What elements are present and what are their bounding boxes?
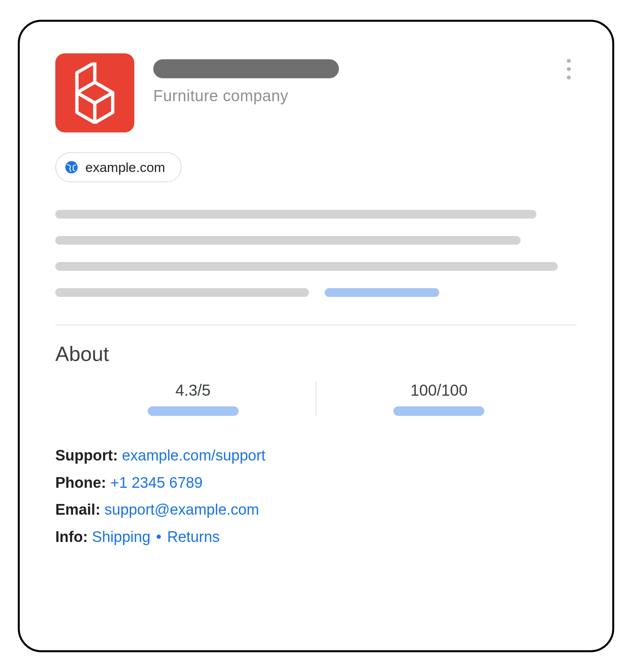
- phone-link[interactable]: +1 2345 6789: [110, 474, 203, 491]
- rating-value: 4.3/5: [175, 381, 211, 399]
- section-divider: [55, 325, 577, 325]
- title-block: Furniture company: [153, 53, 577, 105]
- phone-label: Phone:: [55, 474, 106, 491]
- panel-header: Furniture company: [55, 53, 577, 132]
- dot-icon: [567, 76, 571, 79]
- dot-icon: [567, 67, 571, 71]
- support-label: Support:: [55, 447, 118, 464]
- info-label: Info:: [55, 529, 88, 545]
- returns-link[interactable]: Returns: [167, 529, 220, 545]
- contact-info-row: Info: Shipping • Returns: [55, 524, 577, 550]
- shipping-link[interactable]: Shipping: [92, 529, 150, 545]
- placeholder-line: [55, 210, 536, 219]
- description-placeholder-block: [55, 210, 577, 297]
- contact-support-row: Support: example.com/support: [55, 443, 577, 468]
- company-logo: [55, 53, 134, 132]
- dot-icon: [567, 59, 571, 63]
- score-value: 100/100: [410, 381, 468, 399]
- score-label-placeholder[interactable]: [393, 406, 484, 416]
- about-heading: About: [55, 342, 577, 366]
- website-label: example.com: [85, 160, 165, 175]
- globe-icon: [65, 160, 78, 174]
- contact-list: Support: example.com/support Phone: +1 2…: [55, 443, 577, 549]
- placeholder-line: [55, 236, 521, 245]
- knowledge-panel-card: Furniture company example.com: [18, 20, 614, 652]
- svg-point-1: [65, 161, 77, 173]
- placeholder-link[interactable]: [325, 288, 439, 297]
- info-separator: •: [154, 529, 163, 545]
- stat-separator: [316, 381, 316, 416]
- rating-label-placeholder[interactable]: [148, 406, 239, 416]
- company-category: Furniture company: [153, 87, 577, 105]
- email-link[interactable]: support@example.com: [105, 501, 259, 518]
- website-chip[interactable]: example.com: [55, 152, 182, 182]
- rating-stat: 4.3/5: [78, 381, 308, 416]
- chair-icon: [71, 62, 118, 124]
- contact-phone-row: Phone: +1 2345 6789: [55, 470, 577, 496]
- overflow-menu-button[interactable]: [561, 57, 577, 81]
- placeholder-line: [55, 262, 558, 271]
- support-link[interactable]: example.com/support: [122, 447, 265, 464]
- company-name-placeholder: [153, 59, 339, 78]
- svg-marker-0: [77, 82, 113, 103]
- about-stats: 4.3/5 100/100: [55, 381, 577, 416]
- placeholder-line: [55, 288, 309, 297]
- email-label: Email:: [55, 501, 100, 518]
- score-stat: 100/100: [324, 381, 554, 416]
- contact-email-row: Email: support@example.com: [55, 497, 577, 523]
